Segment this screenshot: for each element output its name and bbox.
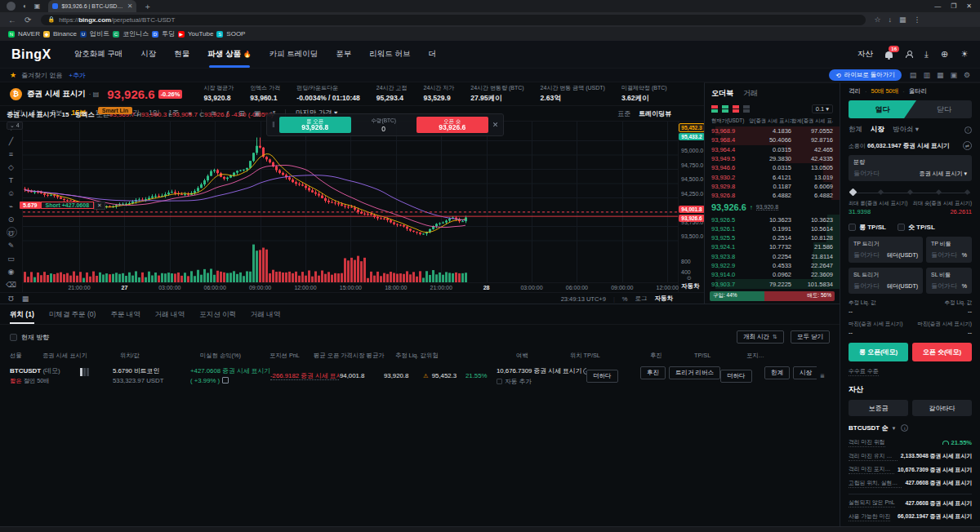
shapes-icon[interactable]: ◇ (8, 164, 14, 171)
close-market-button[interactable]: 시장 (793, 366, 817, 379)
bookmark-label[interactable]: 업비트 (90, 29, 109, 38)
bookmark-label[interactable]: NAVER (18, 30, 40, 38)
notification-bell-icon[interactable]: 16 (885, 50, 893, 60)
short-tpsl-checkbox[interactable]: 숏 TP/SL (898, 223, 935, 232)
ob-mode-both-icon[interactable] (711, 105, 719, 113)
close-limit-button[interactable]: 한계 (764, 366, 790, 379)
tp-ratio-field[interactable]: TP 비율 들어가다% (926, 237, 972, 263)
view-standard-toggle[interactable]: 표준 (617, 109, 630, 118)
bookmark-label[interactable]: YouTube (188, 30, 213, 38)
leverage-selector[interactable]: 50배 50배 (871, 87, 899, 95)
refresh-icon[interactable]: ⟳ (24, 16, 31, 24)
close-all-button[interactable]: 모두 닫기 (791, 330, 830, 344)
lock-layout-icon[interactable]: ▥ (923, 71, 930, 79)
bid-row[interactable]: 93,926.1 0.1991 10.5614 (705, 224, 840, 233)
ask-row[interactable]: 93,929.8 0.1187 6.6069 (705, 182, 840, 191)
bid-row[interactable]: 93,914.0 0.0962 22.3609 (705, 270, 840, 279)
auto-add-checkbox[interactable] (497, 379, 502, 384)
open-time-sort-button[interactable]: 개최 시간⇅ (737, 330, 784, 344)
tab-orderbook[interactable]: 오더북 (711, 88, 733, 99)
tab-positions[interactable]: 위치 (1) (10, 310, 34, 320)
profile-icon[interactable] (905, 50, 912, 60)
trendline-icon[interactable]: ╱ (9, 138, 13, 145)
precision-dropdown[interactable]: 0.1 ▾ (812, 104, 833, 113)
ask-row[interactable]: 93,968.4 50.4066 92.8716 (705, 135, 840, 144)
order-type-trigger[interactable]: 방아쇠 ▾ (893, 125, 919, 135)
bookmark-label[interactable]: 투딩 (162, 29, 175, 38)
app-download-icon[interactable]: ⤓ (924, 49, 929, 60)
hedge-mode-selector[interactable]: 울타리 (909, 87, 928, 95)
bookmark-label[interactable]: Binance (53, 30, 77, 38)
browser-profile-avatar[interactable] (7, 2, 16, 11)
ask-row[interactable]: 93,949.5 29.3830 42.4335 (705, 154, 840, 163)
amount-slider[interactable] (850, 189, 970, 196)
text-tool-icon[interactable]: T (9, 177, 14, 184)
ask-row[interactable]: 93,964.4 0.0315 42.465 (705, 145, 840, 154)
pair-name[interactable]: 증권 시세 표시기 (27, 89, 86, 100)
lock-icon[interactable]: 🔒 (47, 16, 55, 23)
order-type-market[interactable]: 시장 (871, 125, 884, 135)
open-short-demo-button[interactable]: 오픈 숏(데모) (912, 343, 972, 361)
auto-scale-toggle[interactable]: 자동차 (655, 295, 674, 303)
time-axis[interactable]: 21:00:00 27 03:00:00 06:00:00 09:00:00 1… (23, 282, 678, 292)
amount-unit-dropdown[interactable]: 증권 시세 표시기 ▾ (920, 170, 967, 178)
ob-mode-depth-icon[interactable] (743, 105, 751, 113)
bid-row[interactable]: 93,926.5 10.3623 10.3623 (705, 215, 840, 224)
clock-label[interactable]: 23:49:13 UTC+9 (561, 295, 606, 303)
open-long-demo-button[interactable]: 롱 오픈(데모) (849, 343, 908, 361)
back-icon[interactable]: ← (8, 16, 16, 24)
menu-icon[interactable]: ⋮ (913, 16, 920, 24)
ruler-icon[interactable]: ⌁ (9, 203, 13, 211)
browser-tab[interactable]: $93,926.6 | BTC-USDT USD® Ma... ✕ (48, 0, 136, 12)
slider-handle[interactable] (849, 188, 858, 197)
pair-dropdown-icon[interactable]: · ▤ (89, 91, 99, 98)
add-tpsl-button[interactable]: 더하다 (720, 370, 752, 383)
position-qty[interactable]: 5.679 (20, 202, 41, 209)
share-pnl-icon[interactable] (222, 377, 229, 383)
split-view-icon[interactable]: ▣ (34, 2, 41, 10)
bid-row[interactable]: 93,903.7 79.2225 101.5834 (705, 279, 840, 288)
long-tpsl-checkbox[interactable]: 롱 TP/SL (849, 223, 886, 232)
asset-pair-selector[interactable]: BTCUSDT 순 (849, 423, 888, 432)
last-trade-row[interactable]: 93,926.6 ↑ 93,920.8 (705, 200, 840, 215)
bid-row[interactable]: 93,923.8 0.2254 21.8114 (705, 252, 840, 261)
lock-drawings-icon[interactable]: ▭ (7, 255, 15, 263)
price-scale[interactable]: 95,250.0 95,000.0 94,750.0 94,500.0 94,2… (678, 122, 704, 292)
gear-icon[interactable]: ⚙ (964, 71, 970, 79)
amount-input[interactable]: 들어가다 (853, 169, 880, 178)
new-tab-button[interactable]: ＋ (143, 1, 151, 12)
info-icon[interactable]: i (901, 424, 908, 432)
bookmark-item[interactable]: N NAVER ◆ Binance U 업비트 C 코인니스 (8, 29, 245, 38)
candlestick-chart[interactable] (23, 122, 678, 282)
percent-scale-toggle[interactable]: % (622, 295, 628, 303)
tab-open-orders[interactable]: 미체결 주문 (0) (49, 310, 96, 320)
tab-close-icon[interactable]: ✕ (127, 2, 133, 10)
nav-buy-crypto[interactable]: 암호화폐 구매 (74, 49, 123, 60)
eye-icon[interactable]: ◉ (8, 268, 15, 276)
zoom-tool-icon[interactable]: ⊙ (8, 216, 15, 224)
open-long-button[interactable]: 롱 오픈 93,926.8 (279, 117, 351, 133)
back-to-live-button[interactable]: ⟲라이브로 돌아가기 (829, 69, 901, 81)
sl-trigger-field[interactable]: SL 트리거 들어가다테더(USDT) (849, 268, 923, 294)
log-scale-toggle[interactable]: 로그 (635, 295, 648, 303)
emoji-tool-icon[interactable]: ☺ (7, 190, 15, 197)
favorites-add-button[interactable]: +추가 (69, 71, 86, 80)
extension-icon[interactable]: ▦ (899, 16, 906, 24)
tab-order-history[interactable]: 주문 내역 (110, 310, 140, 320)
transfer-button[interactable]: 갈아타다 (912, 400, 972, 416)
open-short-button[interactable]: 오픈 숏 93,926.6 (416, 117, 488, 133)
globe-language-icon[interactable]: ⊕ (941, 49, 948, 60)
scale-settings-icon[interactable]: ⊙ (687, 275, 692, 282)
ask-row[interactable]: 93,946.6 0.0315 13.0505 (705, 163, 840, 172)
reverse-button[interactable]: 후진 (640, 366, 666, 379)
magnet-mode-icon[interactable]: Ω (8, 295, 14, 303)
tab-position-history[interactable]: 포지션 이력 (199, 310, 236, 320)
trigger-reverse-button[interactable]: 트리거 리버스 (669, 366, 720, 379)
nav-spot[interactable]: 현물 (174, 49, 189, 60)
nav-wealth[interactable]: 풍부 (336, 49, 351, 60)
bingx-logo[interactable]: BingX (11, 47, 51, 62)
chevron-down-icon[interactable]: ▼ (891, 426, 896, 431)
current-pair-checkbox[interactable] (10, 334, 17, 341)
bookmark-label[interactable]: 코인니스 (122, 29, 149, 38)
position-pnl[interactable]: Short +427.0608 (41, 202, 95, 209)
